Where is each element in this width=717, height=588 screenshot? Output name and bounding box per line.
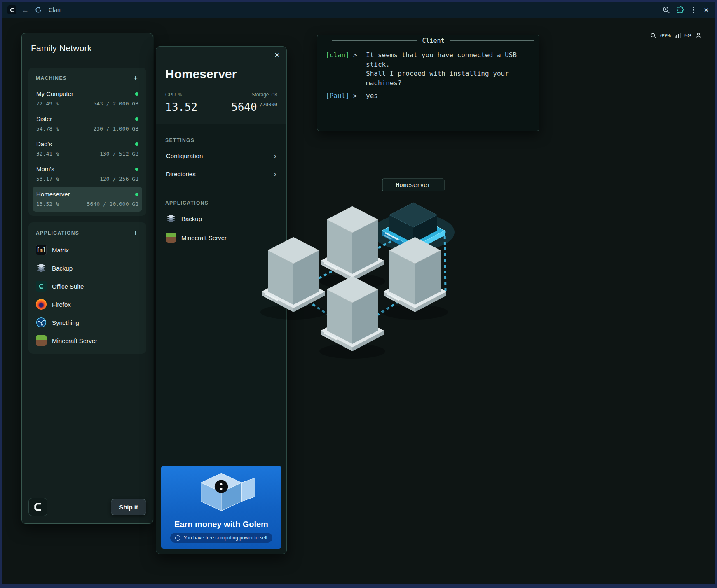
close-icon[interactable]: × [274,51,280,60]
machine-name: My Computer [36,90,73,97]
application-row[interactable]: [m] Matrix [33,241,142,259]
application-label: Backup [52,265,73,272]
user-icon[interactable] [695,32,702,39]
add-machine-button[interactable]: + [132,75,139,82]
terminal-text: stick. [366,60,531,70]
ship-it-button[interactable]: Ship it [111,499,146,515]
page-title: Clan [49,7,61,13]
terminal-line: [Paul] > yes [326,91,531,101]
panel-title: Family Network [31,43,144,53]
add-application-button[interactable]: + [132,229,139,237]
application-label: Minecraft Server [52,337,97,344]
minecraft-icon [36,335,47,346]
machine-name: Mom's [36,166,54,173]
syncthing-icon [36,317,47,328]
banner-note: You have free computing power to sell [183,535,267,541]
terminal-text: yes [366,91,531,101]
panel-footer: Ship it [28,498,146,516]
machine-status-dot [135,142,138,146]
machine-cpu: 54.78 % [36,126,59,132]
signal-bars-icon [675,33,681,38]
machine-storage: 120 / 256 GB [100,176,138,182]
machine-name: Homeserver [36,191,70,198]
client-terminal-window: Client [clan] > It seems that you have c… [317,35,539,131]
applications-card: APPLICATIONS + [m] Matrix Backup Office … [28,222,146,354]
window-close-icon[interactable]: × [703,6,710,14]
terminal-text: It seems that you have connected a USB [366,51,531,60]
terminal-body: [clan] > It seems that you have connecte… [317,46,539,101]
machines-card: MACHINES + My Computer 72.49 % 543 / 2.0… [28,68,146,216]
machine-name: Dad's [36,140,52,147]
machine-row[interactable]: My Computer 72.49 % 543 / 2.000 GB [33,86,142,111]
terminal-line: [clan] > It seems that you have connecte… [326,51,531,60]
application-label: Matrix [52,247,69,254]
menu-kebab-icon[interactable] [689,6,698,14]
zoom-icon[interactable] [662,6,670,14]
machine-row-selected[interactable]: Homeserver 13.52 % 5640 / 20.000 GB [33,187,142,212]
machine-status-dot [135,117,138,121]
machine-row[interactable]: Mom's 53.17 % 120 / 256 GB [33,161,142,187]
panel-header: Family Network [22,33,153,61]
applications-header: APPLICATIONS [36,230,79,236]
zoom-level-value: 69% [660,33,671,39]
app-window: ← Clan × 69% 5G Family Network MACHINES [0,0,717,588]
extensions-icon[interactable] [676,6,684,14]
network-node-machine[interactable] [319,276,385,359]
banner-title: Earn money with Golem [174,520,268,529]
terminal-titlebar[interactable]: Client [317,35,539,46]
clan-logo [28,498,47,516]
backup-icon [166,214,176,224]
refresh-icon[interactable] [34,6,42,14]
machine-storage: 130 / 512 GB [100,151,138,157]
office-suite-icon [36,281,47,292]
machine-cpu: 32.41 % [36,151,59,157]
configuration-row[interactable]: Configuration › [165,147,277,165]
terminal-line: machines? [326,79,531,88]
machine-cpu: 13.52 % [36,201,59,207]
backup-icon [36,263,47,273]
settings-header: SETTINGS [165,138,277,143]
terminal-prompt: > [353,51,363,60]
machine-row[interactable]: Dad's 32.41 % 130 / 512 GB [33,136,142,161]
application-row[interactable]: Minecraft Server [33,331,142,350]
machine-cpu: 53.17 % [36,176,59,182]
info-icon: i [175,535,180,541]
application-row[interactable]: Syncthing [33,313,142,331]
network-node-machine[interactable] [260,237,326,320]
storage-value: 5640 [231,101,257,113]
application-label: Office Suite [52,283,84,290]
network-node-machine[interactable] [382,237,448,320]
terminal-text: machines? [366,79,531,88]
back-icon[interactable]: ← [22,7,29,14]
machine-status-dot [135,168,138,171]
machines-header: MACHINES [36,75,67,81]
storage-label: Storage [252,92,269,98]
terminal-speaker: [Paul] [326,91,350,101]
terminal-line: Shall I proceed with installing your [326,69,531,79]
network-node-label: Homeserver [382,179,444,191]
terminal-window-control-icon[interactable] [322,38,327,43]
storage-total: /20000 [260,102,277,107]
cpu-unit: % [178,93,182,97]
status-cluster: 69% 5G [650,31,702,40]
application-row[interactable]: Firefox [33,295,142,313]
terminal-text: Shall I proceed with installing your [366,69,531,79]
cpu-label: CPU [165,92,176,98]
application-row[interactable]: Office Suite [33,277,142,295]
machine-status-dot [135,193,138,196]
minecraft-icon [166,233,176,243]
family-network-panel: Family Network MACHINES + My Computer 72… [21,33,153,524]
setting-label: Directories [166,170,196,177]
terminal-line: stick. [326,60,531,70]
terminal-title: Client [422,37,444,44]
chevron-right-icon: › [274,152,276,160]
machine-storage: 543 / 2.000 GB [93,100,138,107]
application-row[interactable]: Backup [33,259,142,277]
golem-banner[interactable]: Earn money with Golem i You have free co… [161,466,281,549]
setting-label: Configuration [166,152,203,159]
zoom-level-icon [650,33,656,39]
machine-row[interactable]: Sister 54.78 % 230 / 1.000 GB [33,111,142,136]
detail-header: × Homeserver CPU % 13.52 Storage GB [156,47,286,124]
application-label: Firefox [52,301,71,308]
machine-storage: 230 / 1.000 GB [93,126,138,132]
